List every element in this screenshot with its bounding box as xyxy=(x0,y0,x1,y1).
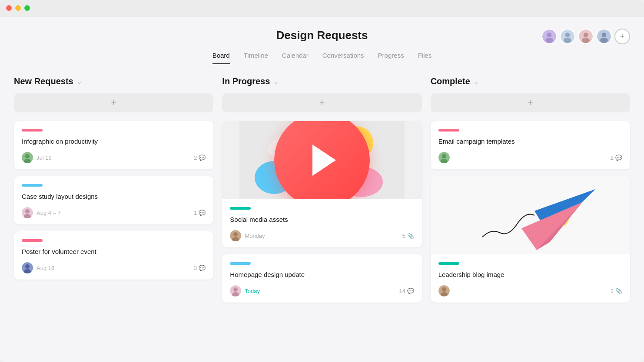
tab-conversations[interactable]: Conversations xyxy=(322,48,364,64)
card-social-media: Social media assets Monday 5 📎 xyxy=(222,121,422,247)
card-tag-email xyxy=(438,129,459,132)
card-meta-poster: Aug 16 xyxy=(22,262,54,273)
card-title-case-study: Case study layout designs xyxy=(22,192,206,201)
comment-count-homepage: 14 xyxy=(399,288,405,294)
avatar-email xyxy=(438,152,450,163)
avatar-homepage xyxy=(230,285,241,296)
card-footer-social-media: Monday 5 📎 xyxy=(230,230,414,241)
titlebar xyxy=(0,0,644,16)
avatar-member-2[interactable] xyxy=(560,29,575,44)
header: Design Requests + Board Timeline Calenda… xyxy=(0,16,644,64)
comment-count-poster: 3 xyxy=(194,265,197,271)
chevron-down-icon-3: ⌄ xyxy=(474,78,479,85)
avatar-social-media xyxy=(230,230,241,241)
comment-count-email: 2 xyxy=(611,155,614,161)
attachment-icon-leadership: 📎 xyxy=(615,288,622,294)
comment-icon-infographic: 💬 xyxy=(199,155,206,161)
card-tag-social-media xyxy=(230,207,251,210)
chevron-down-icon: ⌄ xyxy=(77,78,82,85)
comment-icon-email: 💬 xyxy=(615,155,622,161)
add-card-button-complete[interactable]: + xyxy=(431,93,630,112)
avatar-member-1[interactable] xyxy=(541,29,557,44)
video-play-overlay xyxy=(222,121,422,199)
add-card-button-progress[interactable]: + xyxy=(222,93,422,112)
add-card-button-new[interactable]: + xyxy=(14,93,213,112)
svg-point-29 xyxy=(233,232,238,237)
minimize-dot[interactable] xyxy=(15,5,21,11)
card-comment-case-study: 1 💬 xyxy=(194,210,206,216)
svg-point-46 xyxy=(442,287,446,292)
avatar-case-study xyxy=(22,207,33,218)
svg-point-7 xyxy=(584,33,588,37)
card-infographic: Infographic on productivity Jul 19 2 💬 xyxy=(14,121,213,169)
card-date-poster: Aug 16 xyxy=(37,265,54,271)
tab-files[interactable]: Files xyxy=(418,48,432,64)
card-content-social-media: Social media assets Monday 5 📎 xyxy=(222,199,422,247)
card-attachment-social-media: 5 📎 xyxy=(402,233,414,239)
svg-point-10 xyxy=(602,33,607,37)
card-image-leadership xyxy=(431,176,630,254)
svg-point-4 xyxy=(565,33,570,37)
play-triangle-icon xyxy=(312,145,336,176)
column-header-in-progress: In Progress ⌄ xyxy=(222,76,422,86)
nav-tabs: Board Timeline Calendar Conversations Pr… xyxy=(0,48,644,64)
tab-progress[interactable]: Progress xyxy=(378,48,404,64)
svg-rect-37 xyxy=(456,176,604,254)
column-new-requests: New Requests ⌄ + Infographic on producti… xyxy=(14,76,213,354)
comment-icon-case-study: 💬 xyxy=(199,210,206,216)
card-title-social-media: Social media assets xyxy=(230,215,414,224)
maximize-dot[interactable] xyxy=(24,5,30,11)
card-tag-leadership xyxy=(438,262,459,265)
card-tag-homepage xyxy=(230,262,251,265)
svg-point-16 xyxy=(25,209,30,214)
card-meta-social-media: Monday xyxy=(230,230,265,241)
card-title-homepage: Homepage design update xyxy=(230,270,414,279)
comment-count-case-study: 1 xyxy=(194,210,197,216)
card-poster: Poster for volunteer event Aug 16 3 💬 xyxy=(14,231,213,280)
svg-point-11 xyxy=(600,38,608,43)
avatar-poster xyxy=(22,262,33,273)
card-leadership-blog: Leadership blog image 3 📎 xyxy=(431,176,630,303)
tab-board[interactable]: Board xyxy=(212,48,230,64)
svg-point-13 xyxy=(25,154,30,158)
card-comment-email: 2 💬 xyxy=(611,155,622,161)
card-footer-case-study: Aug 4 – 7 1 💬 xyxy=(22,207,206,218)
card-meta-email xyxy=(438,152,450,163)
svg-point-5 xyxy=(564,38,571,43)
card-tag-poster xyxy=(22,239,43,242)
card-date-case-study: Aug 4 – 7 xyxy=(37,210,61,216)
add-member-button[interactable]: + xyxy=(614,29,630,44)
comment-icon-homepage: 💬 xyxy=(407,288,414,294)
card-email-campaign: Email campaign templates 2 💬 xyxy=(431,121,630,169)
card-meta-infographic: Jul 19 xyxy=(22,152,52,163)
svg-point-8 xyxy=(582,38,590,43)
card-title-email: Email campaign templates xyxy=(438,137,622,146)
tab-timeline[interactable]: Timeline xyxy=(244,48,268,64)
comment-count-infographic: 2 xyxy=(194,155,197,161)
svg-point-19 xyxy=(25,264,30,269)
board: New Requests ⌄ + Infographic on producti… xyxy=(0,64,644,362)
app-window: Design Requests + Board Timeline Calenda… xyxy=(0,0,644,362)
column-title-new-requests: New Requests xyxy=(14,76,73,86)
column-complete: Complete ⌄ + Email campaign templates 2 xyxy=(431,76,630,354)
svg-point-1 xyxy=(547,33,552,37)
avatar-member-4[interactable] xyxy=(596,29,612,44)
card-date-homepage: Today xyxy=(245,288,260,294)
close-dot[interactable] xyxy=(6,5,12,11)
play-button[interactable] xyxy=(274,121,370,199)
card-footer-poster: Aug 16 3 💬 xyxy=(22,262,206,273)
avatar-leadership xyxy=(438,285,450,296)
svg-point-35 xyxy=(442,154,446,158)
tab-calendar[interactable]: Calendar xyxy=(282,48,309,64)
column-header-new-requests: New Requests ⌄ xyxy=(14,76,213,86)
svg-point-32 xyxy=(233,287,238,292)
card-tag-case-study xyxy=(22,184,43,187)
column-title-in-progress: In Progress xyxy=(222,76,270,86)
card-meta-leadership xyxy=(438,285,450,296)
avatar-member-3[interactable] xyxy=(578,29,594,44)
paper-plane-svg xyxy=(456,176,604,254)
card-content-leadership: Leadership blog image 3 📎 xyxy=(431,254,630,303)
card-comment-poster: 3 💬 xyxy=(194,265,206,271)
card-footer-email: 2 💬 xyxy=(438,152,622,163)
card-title-leadership: Leadership blog image xyxy=(438,270,622,279)
